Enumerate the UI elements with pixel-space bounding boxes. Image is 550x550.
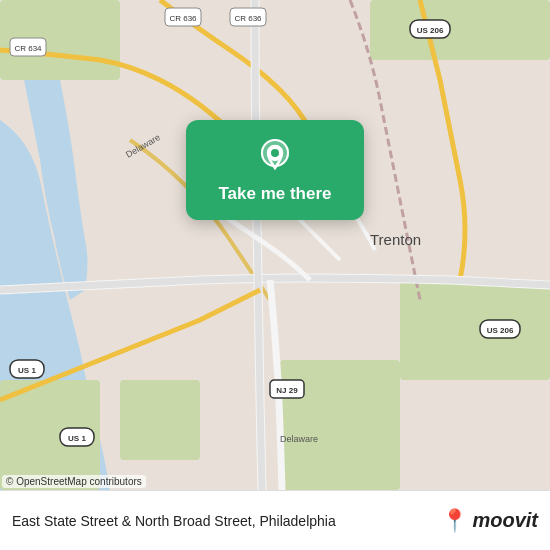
- svg-rect-2: [370, 0, 550, 60]
- svg-rect-5: [120, 380, 200, 460]
- map-background: CR 634 CR 636 CR 636 US 206 US 206 US 1 …: [0, 0, 550, 490]
- svg-text:US 1: US 1: [68, 434, 86, 443]
- moovit-pin-icon: 📍: [441, 508, 468, 534]
- svg-point-28: [271, 149, 279, 157]
- svg-text:NJ 29: NJ 29: [276, 386, 298, 395]
- moovit-logo: 📍 moovit: [441, 508, 538, 534]
- svg-text:US 206: US 206: [417, 26, 444, 35]
- osm-attribution: © OpenStreetMap contributors: [2, 475, 146, 488]
- svg-text:Trenton: Trenton: [370, 231, 421, 248]
- svg-text:CR 636: CR 636: [234, 14, 262, 23]
- bottom-bar: East State Street & North Broad Street, …: [0, 490, 550, 550]
- map-container: CR 634 CR 636 CR 636 US 206 US 206 US 1 …: [0, 0, 550, 490]
- take-me-there-button[interactable]: Take me there: [186, 120, 364, 220]
- moovit-logo-text: moovit: [472, 509, 538, 532]
- svg-rect-3: [400, 280, 550, 380]
- svg-text:CR 636: CR 636: [169, 14, 197, 23]
- take-me-there-label: Take me there: [218, 184, 331, 204]
- svg-text:US 206: US 206: [487, 326, 514, 335]
- svg-text:Delaware: Delaware: [280, 434, 318, 444]
- svg-text:CR 634: CR 634: [14, 44, 42, 53]
- address-text: East State Street & North Broad Street, …: [12, 513, 433, 529]
- location-pin-icon: [256, 138, 294, 176]
- svg-text:US 1: US 1: [18, 366, 36, 375]
